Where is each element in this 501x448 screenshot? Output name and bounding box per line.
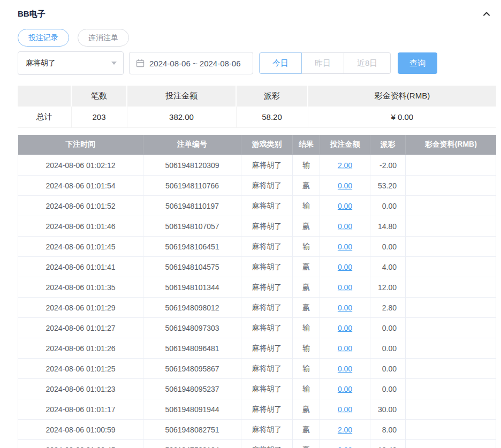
- cell-amount: 0.00: [320, 277, 370, 298]
- cell-result: 赢: [293, 257, 320, 277]
- cell-result: 输: [293, 379, 320, 399]
- cell-jackpot: [406, 257, 496, 277]
- summary-total-label: 总计: [18, 107, 71, 127]
- cell-game: 麻将胡了: [241, 420, 293, 440]
- cell-payout: 4.00: [370, 257, 406, 277]
- bet-amount-link[interactable]: 0.00: [338, 222, 352, 231]
- summary-header-bet: 投注金额: [127, 86, 236, 107]
- table-row: 2024-08-06 01:00:595061948082751麻将胡了赢2.0…: [18, 420, 496, 440]
- table-row: 2024-08-06 01:01:275061948097303麻将胡了输0.0…: [18, 318, 496, 338]
- cell-time: 2024-08-06 01:01:35: [18, 277, 143, 298]
- summary-count: 203: [71, 107, 127, 127]
- table-row: 2024-08-06 01:02:125061948120309麻将胡了输2.0…: [18, 155, 496, 176]
- cell-time: 2024-08-06 01:01:54: [18, 176, 143, 196]
- cell-jackpot: [406, 155, 496, 176]
- cell-jackpot: [406, 298, 496, 318]
- cell-bet-no: 5061948095237: [143, 379, 241, 399]
- cell-amount: 0.00: [320, 379, 370, 399]
- game-select-value: 麻将胡了: [26, 58, 56, 68]
- cell-amount: 0.00: [320, 196, 370, 216]
- cell-payout: 0.00: [370, 237, 406, 257]
- summary-bet-amount: 382.00: [127, 107, 236, 127]
- cell-time: 2024-08-06 01:01:26: [18, 338, 143, 359]
- cell-bet-no: 5061948095867: [143, 359, 241, 379]
- cell-result: 输: [293, 196, 320, 216]
- cell-time: 2024-08-06 01:00:59: [18, 420, 143, 440]
- quick-filter-today[interactable]: 今日: [259, 52, 302, 74]
- bet-amount-link[interactable]: 0.00: [338, 385, 352, 393]
- cell-bet-no: 5061948101344: [143, 277, 241, 298]
- cell-game: 麻将胡了: [241, 216, 293, 237]
- cell-game: 麻将胡了: [241, 196, 293, 216]
- cell-jackpot: [406, 318, 496, 338]
- records-column-header: 派彩: [370, 135, 406, 155]
- bet-amount-link[interactable]: 0.00: [338, 344, 352, 353]
- cell-payout: 0.00: [370, 338, 406, 359]
- cell-payout: 13.40: [370, 440, 406, 448]
- quick-filter-yesterday[interactable]: 昨日: [302, 52, 344, 74]
- cell-game: 麻将胡了: [241, 298, 293, 318]
- records-column-header: 游戏类别: [241, 135, 293, 155]
- cell-game: 麻将胡了: [241, 318, 293, 338]
- table-row: 2024-08-06 01:01:525061948110197麻将胡了输0.0…: [18, 196, 496, 216]
- bet-amount-link[interactable]: 0.00: [338, 263, 352, 271]
- cell-payout: 0.00: [370, 196, 406, 216]
- cell-bet-no: 5061948082751: [143, 420, 241, 440]
- cell-result: 赢: [293, 298, 320, 318]
- bet-amount-link[interactable]: 0.00: [338, 202, 352, 210]
- summary-header-jackpot: 彩金资料(RMB): [308, 86, 496, 107]
- cell-jackpot: [406, 440, 496, 448]
- date-range-input[interactable]: 2024-08-06 ~ 2024-08-06: [129, 52, 253, 74]
- filter-bar: 麻将胡了 2024-08-06 ~ 2024-08-06 今日 昨日 近8日 查…: [18, 51, 496, 75]
- bet-amount-link[interactable]: 0.00: [338, 324, 352, 332]
- table-row: 2024-08-06 01:01:295061948098012麻将胡了赢0.0…: [18, 298, 496, 318]
- cell-jackpot: [406, 237, 496, 257]
- cell-jackpot: [406, 216, 496, 237]
- bet-amount-link[interactable]: 0.00: [338, 365, 352, 373]
- cell-result: 输: [293, 237, 320, 257]
- cell-amount: 0.00: [320, 298, 370, 318]
- cell-game: 麻将胡了: [241, 277, 293, 298]
- cell-jackpot: [406, 176, 496, 196]
- table-row: 2024-08-06 01:01:415061948104575麻将胡了赢0.0…: [18, 257, 496, 277]
- bet-amount-link[interactable]: 0.00: [338, 446, 352, 448]
- bet-amount-link[interactable]: 0.00: [338, 242, 352, 251]
- date-range-value: 2024-08-06 ~ 2024-08-06: [149, 59, 241, 68]
- bet-amount-link[interactable]: 0.00: [338, 181, 352, 190]
- table-row: 2024-08-06 01:00:455061947589134麻将胡了赢0.0…: [18, 440, 496, 448]
- cell-bet-no: 5061948104575: [143, 257, 241, 277]
- tab-bet-records[interactable]: 投注记录: [18, 29, 69, 47]
- quick-date-buttons: 今日 昨日 近8日: [259, 52, 391, 74]
- table-row: 2024-08-06 01:01:545061948110766麻将胡了赢0.0…: [18, 176, 496, 196]
- quick-filter-last8days[interactable]: 近8日: [344, 52, 391, 74]
- cell-result: 赢: [293, 440, 320, 448]
- bet-amount-link[interactable]: 0.00: [338, 283, 352, 292]
- cell-amount: 0.00: [320, 216, 370, 237]
- bet-amount-link[interactable]: 2.00: [338, 161, 352, 170]
- cell-payout: 30.00: [370, 399, 406, 420]
- cell-jackpot: [406, 359, 496, 379]
- cell-time: 2024-08-06 01:01:45: [18, 237, 143, 257]
- cell-game: 麻将胡了: [241, 399, 293, 420]
- cell-time: 2024-08-06 01:01:17: [18, 399, 143, 420]
- cell-jackpot: [406, 399, 496, 420]
- cell-game: 麻将胡了: [241, 237, 293, 257]
- cell-bet-no: 5061948120309: [143, 155, 241, 176]
- cell-jackpot: [406, 277, 496, 298]
- cell-payout: 2.80: [370, 298, 406, 318]
- tab-cancelled-orders[interactable]: 连消注单: [78, 29, 129, 47]
- cell-time: 2024-08-06 01:01:29: [18, 298, 143, 318]
- cell-jackpot: [406, 420, 496, 440]
- cell-jackpot: [406, 338, 496, 359]
- cell-payout: 0.00: [370, 379, 406, 399]
- bet-amount-link[interactable]: 0.00: [338, 303, 352, 312]
- cell-jackpot: [406, 196, 496, 216]
- collapse-panel-button[interactable]: [482, 10, 491, 18]
- bet-amount-link[interactable]: 0.00: [338, 405, 352, 414]
- search-button[interactable]: 查询: [398, 52, 437, 74]
- bet-records-panel: BB电子 投注记录 连消注单 麻将胡了 2024-08-06 ~ 2024-08…: [0, 0, 501, 448]
- cell-amount: 0.00: [320, 318, 370, 338]
- bet-amount-link[interactable]: 2.00: [338, 426, 352, 434]
- game-select[interactable]: 麻将胡了: [18, 51, 124, 75]
- cell-result: 赢: [293, 176, 320, 196]
